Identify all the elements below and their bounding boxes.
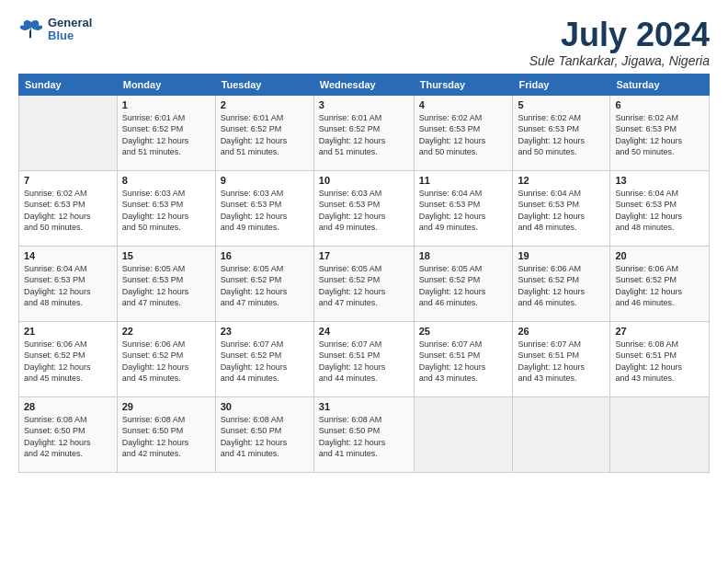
calendar-cell: 20Sunrise: 6:06 AM Sunset: 6:52 PM Dayli… [610,246,710,321]
page: General Blue July 2024 Sule Tankarkar, J… [0,0,728,484]
title-block: July 2024 Sule Tankarkar, Jigawa, Nigeri… [529,17,710,68]
day-detail: Sunrise: 6:01 AM Sunset: 6:52 PM Dayligh… [319,112,409,158]
calendar-cell: 22Sunrise: 6:06 AM Sunset: 6:52 PM Dayli… [117,321,215,396]
day-detail: Sunrise: 6:02 AM Sunset: 6:53 PM Dayligh… [24,188,112,234]
day-detail: Sunrise: 6:05 AM Sunset: 6:52 PM Dayligh… [319,263,409,309]
day-detail: Sunrise: 6:01 AM Sunset: 6:52 PM Dayligh… [122,112,210,158]
day-number: 14 [24,250,112,261]
calendar-cell [610,396,710,472]
calendar-header-row: SundayMondayTuesdayWednesdayThursdayFrid… [19,74,710,95]
day-detail: Sunrise: 6:03 AM Sunset: 6:53 PM Dayligh… [122,188,210,234]
day-number: 16 [221,250,309,261]
logo-icon [18,18,44,40]
calendar-cell: 3Sunrise: 6:01 AM Sunset: 6:52 PM Daylig… [313,95,414,170]
day-header-friday: Friday [513,74,610,95]
day-number: 17 [319,250,409,261]
day-detail: Sunrise: 6:05 AM Sunset: 6:52 PM Dayligh… [419,263,508,309]
day-number: 11 [419,175,508,186]
day-detail: Sunrise: 6:02 AM Sunset: 6:53 PM Dayligh… [615,112,704,158]
calendar-cell: 10Sunrise: 6:03 AM Sunset: 6:53 PM Dayli… [313,170,414,246]
day-detail: Sunrise: 6:04 AM Sunset: 6:53 PM Dayligh… [419,188,508,234]
day-number: 26 [518,326,605,337]
day-detail: Sunrise: 6:02 AM Sunset: 6:53 PM Dayligh… [419,112,508,158]
calendar-week-row: 1Sunrise: 6:01 AM Sunset: 6:52 PM Daylig… [19,95,710,170]
day-detail: Sunrise: 6:06 AM Sunset: 6:52 PM Dayligh… [122,339,210,385]
calendar-cell: 5Sunrise: 6:02 AM Sunset: 6:53 PM Daylig… [513,95,610,170]
calendar-cell: 8Sunrise: 6:03 AM Sunset: 6:53 PM Daylig… [117,170,215,246]
calendar-cell [414,396,513,472]
day-detail: Sunrise: 6:07 AM Sunset: 6:51 PM Dayligh… [518,339,605,385]
day-number: 7 [24,175,112,186]
day-number: 29 [122,401,210,412]
logo-text: General Blue [48,17,92,43]
day-header-tuesday: Tuesday [215,74,313,95]
calendar-cell: 17Sunrise: 6:05 AM Sunset: 6:52 PM Dayli… [313,246,414,321]
day-detail: Sunrise: 6:06 AM Sunset: 6:52 PM Dayligh… [24,339,112,385]
calendar-cell: 25Sunrise: 6:07 AM Sunset: 6:51 PM Dayli… [414,321,513,396]
day-detail: Sunrise: 6:03 AM Sunset: 6:53 PM Dayligh… [319,188,409,234]
day-number: 4 [419,99,508,110]
calendar-cell: 11Sunrise: 6:04 AM Sunset: 6:53 PM Dayli… [414,170,513,246]
calendar-cell: 7Sunrise: 6:02 AM Sunset: 6:53 PM Daylig… [19,170,118,246]
calendar-cell: 4Sunrise: 6:02 AM Sunset: 6:53 PM Daylig… [414,95,513,170]
day-header-saturday: Saturday [610,74,710,95]
day-detail: Sunrise: 6:04 AM Sunset: 6:53 PM Dayligh… [518,188,605,234]
day-detail: Sunrise: 6:02 AM Sunset: 6:53 PM Dayligh… [518,112,605,158]
calendar-subtitle: Sule Tankarkar, Jigawa, Nigeria [529,53,710,68]
calendar-cell: 28Sunrise: 6:08 AM Sunset: 6:50 PM Dayli… [19,396,118,472]
calendar-week-row: 7Sunrise: 6:02 AM Sunset: 6:53 PM Daylig… [19,170,710,246]
day-detail: Sunrise: 6:08 AM Sunset: 6:50 PM Dayligh… [221,414,309,460]
calendar-week-row: 14Sunrise: 6:04 AM Sunset: 6:53 PM Dayli… [19,246,710,321]
day-detail: Sunrise: 6:08 AM Sunset: 6:50 PM Dayligh… [24,414,112,460]
calendar-cell: 2Sunrise: 6:01 AM Sunset: 6:52 PM Daylig… [215,95,313,170]
calendar-cell: 15Sunrise: 6:05 AM Sunset: 6:53 PM Dayli… [117,246,215,321]
day-detail: Sunrise: 6:08 AM Sunset: 6:51 PM Dayligh… [615,339,704,385]
day-number: 21 [24,326,112,337]
day-number: 27 [615,326,704,337]
calendar-cell: 27Sunrise: 6:08 AM Sunset: 6:51 PM Dayli… [610,321,710,396]
day-header-sunday: Sunday [19,74,118,95]
day-detail: Sunrise: 6:03 AM Sunset: 6:53 PM Dayligh… [221,188,309,234]
day-detail: Sunrise: 6:05 AM Sunset: 6:53 PM Dayligh… [122,263,210,309]
calendar-cell: 21Sunrise: 6:06 AM Sunset: 6:52 PM Dayli… [19,321,118,396]
calendar-cell: 6Sunrise: 6:02 AM Sunset: 6:53 PM Daylig… [610,95,710,170]
day-number: 31 [319,401,409,412]
day-header-thursday: Thursday [414,74,513,95]
day-number: 30 [221,401,309,412]
calendar-table: SundayMondayTuesdayWednesdayThursdayFrid… [18,74,710,473]
calendar-cell: 29Sunrise: 6:08 AM Sunset: 6:50 PM Dayli… [117,396,215,472]
day-number: 1 [122,99,210,110]
calendar-cell: 16Sunrise: 6:05 AM Sunset: 6:52 PM Dayli… [215,246,313,321]
day-detail: Sunrise: 6:06 AM Sunset: 6:52 PM Dayligh… [518,263,605,309]
day-header-wednesday: Wednesday [313,74,414,95]
day-number: 18 [419,250,508,261]
day-number: 23 [221,326,309,337]
calendar-cell: 18Sunrise: 6:05 AM Sunset: 6:52 PM Dayli… [414,246,513,321]
day-detail: Sunrise: 6:07 AM Sunset: 6:51 PM Dayligh… [319,339,409,385]
day-number: 19 [518,250,605,261]
day-detail: Sunrise: 6:05 AM Sunset: 6:52 PM Dayligh… [221,263,309,309]
calendar-cell: 31Sunrise: 6:08 AM Sunset: 6:50 PM Dayli… [313,396,414,472]
calendar-cell: 24Sunrise: 6:07 AM Sunset: 6:51 PM Dayli… [313,321,414,396]
day-header-monday: Monday [117,74,215,95]
day-detail: Sunrise: 6:01 AM Sunset: 6:52 PM Dayligh… [221,112,309,158]
day-number: 22 [122,326,210,337]
calendar-cell: 12Sunrise: 6:04 AM Sunset: 6:53 PM Dayli… [513,170,610,246]
header: General Blue July 2024 Sule Tankarkar, J… [18,17,710,68]
calendar-cell: 23Sunrise: 6:07 AM Sunset: 6:52 PM Dayli… [215,321,313,396]
day-number: 10 [319,175,409,186]
day-detail: Sunrise: 6:07 AM Sunset: 6:52 PM Dayligh… [221,339,309,385]
day-number: 9 [221,175,309,186]
day-number: 15 [122,250,210,261]
calendar-week-row: 28Sunrise: 6:08 AM Sunset: 6:50 PM Dayli… [19,396,710,472]
day-detail: Sunrise: 6:04 AM Sunset: 6:53 PM Dayligh… [24,263,112,309]
day-number: 12 [518,175,605,186]
calendar-cell: 9Sunrise: 6:03 AM Sunset: 6:53 PM Daylig… [215,170,313,246]
calendar-cell: 26Sunrise: 6:07 AM Sunset: 6:51 PM Dayli… [513,321,610,396]
day-number: 8 [122,175,210,186]
calendar-cell: 13Sunrise: 6:04 AM Sunset: 6:53 PM Dayli… [610,170,710,246]
day-number: 13 [615,175,704,186]
day-detail: Sunrise: 6:06 AM Sunset: 6:52 PM Dayligh… [615,263,704,309]
calendar-week-row: 21Sunrise: 6:06 AM Sunset: 6:52 PM Dayli… [19,321,710,396]
day-number: 20 [615,250,704,261]
